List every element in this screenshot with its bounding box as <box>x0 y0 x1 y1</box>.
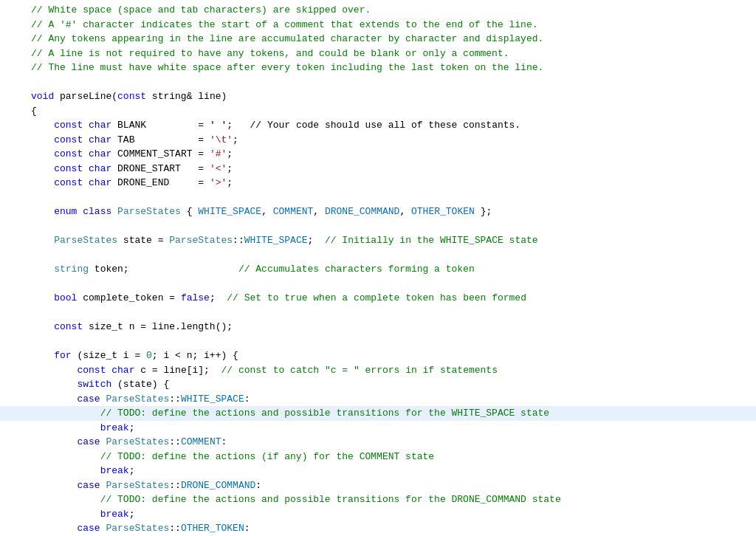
code-token <box>31 235 54 246</box>
code-token: // Any tokens appearing in the line are … <box>31 33 543 44</box>
code-token <box>31 292 54 303</box>
line-content: // The line must have white space after … <box>28 61 756 75</box>
code-token: ; <box>129 422 135 433</box>
code-token: { <box>31 106 37 117</box>
code-token <box>31 321 54 332</box>
code-line: break; <box>0 464 756 478</box>
line-content: break; <box>28 507 756 522</box>
code-line: string token; // Accumulates characters … <box>0 262 756 277</box>
code-token: break <box>100 422 129 433</box>
code-token: ; i < n; i++) { <box>152 350 238 361</box>
code-token: class <box>83 206 111 217</box>
code-token <box>31 422 100 433</box>
code-token: complete_token = <box>77 292 180 303</box>
code-line: // The line must have white space after … <box>0 61 756 75</box>
code-token: { <box>181 206 198 217</box>
code-token: // Set to true when a complete token has… <box>227 292 526 303</box>
line-content <box>28 277 756 292</box>
line-content: const char DRONE_END = '>'; <box>28 176 756 190</box>
code-token: // TODO: define the actions (if any) for… <box>100 451 434 462</box>
code-token: : <box>255 480 261 491</box>
code-token: char <box>89 148 111 159</box>
code-token: COMMENT <box>273 206 314 217</box>
code-line: const char BLANK = ' '; // Your code sho… <box>0 118 756 133</box>
code-token: : <box>244 523 250 534</box>
code-token: WHITE_SPACE <box>244 235 308 246</box>
code-token: WHITE_SPACE <box>198 206 261 217</box>
code-token: size_t n = line.length(); <box>83 321 233 332</box>
code-token: // TODO: define the actions and possible… <box>100 494 561 505</box>
code-token: // White space (space and tab characters… <box>31 4 371 16</box>
code-editor: // White space (space and tab characters… <box>0 0 756 536</box>
code-token: :: <box>169 394 181 405</box>
code-line: // TODO: define the actions (if any) for… <box>0 450 756 464</box>
line-content: case ParseStates::WHITE_SPACE: <box>28 392 756 407</box>
code-line <box>0 190 756 205</box>
code-token: DRONE_START = <box>111 163 210 174</box>
code-token: '<' <box>210 163 227 174</box>
line-content: // TODO: define the actions and possible… <box>28 492 756 507</box>
code-token <box>31 134 54 145</box>
code-token <box>83 148 89 159</box>
code-token <box>83 163 89 174</box>
line-content: case ParseStates::DRONE_COMMAND: <box>28 478 756 493</box>
code-line: case ParseStates::COMMENT: <box>0 435 756 450</box>
code-token: DRONE_COMMAND <box>181 480 255 491</box>
code-line: { <box>0 104 756 119</box>
code-token <box>111 206 117 217</box>
code-token: char <box>89 163 111 174</box>
line-content: break; <box>28 421 756 436</box>
line-content: case ParseStates::COMMENT: <box>28 435 756 450</box>
code-token: // The line must have white space after … <box>31 62 543 73</box>
code-line <box>0 75 756 90</box>
code-token: enum <box>54 206 77 217</box>
code-token: // Accumulates characters forming a toke… <box>238 264 475 275</box>
code-token <box>31 379 77 390</box>
code-token: ParseStates <box>106 480 169 491</box>
code-token: BLANK = ' '; // Your code should use all… <box>111 120 520 131</box>
code-token <box>83 134 89 145</box>
code-token <box>83 120 89 131</box>
code-token: :: <box>233 235 244 246</box>
code-token <box>83 177 89 188</box>
code-line: const char DRONE_END = '>'; <box>0 176 756 190</box>
code-line: const char c = line[i]; // const to catc… <box>0 363 756 378</box>
code-line: // Any tokens appearing in the line are … <box>0 32 756 47</box>
code-line: break; <box>0 421 756 436</box>
code-line <box>0 334 756 349</box>
code-line: ParseStates state = ParseStates::WHITE_S… <box>0 233 756 248</box>
code-token: ; <box>129 509 135 520</box>
code-token: OTHER_TOKEN <box>181 523 244 534</box>
code-token <box>31 365 77 376</box>
code-token: DRONE_COMMAND <box>325 206 399 217</box>
code-line: case ParseStates::OTHER_TOKEN: <box>0 521 756 536</box>
code-token: ParseStates <box>106 523 169 534</box>
line-content: case ParseStates::OTHER_TOKEN: <box>28 521 756 536</box>
line-content: break; <box>28 464 756 478</box>
code-token: const <box>117 91 146 102</box>
code-token: const <box>54 120 83 131</box>
line-content: void parseLine(const string& line) <box>28 89 756 104</box>
code-token: false <box>181 292 210 303</box>
code-token: const <box>54 134 83 145</box>
code-line: const char COMMENT_START = '#'; <box>0 147 756 162</box>
code-token: string& line) <box>146 91 227 102</box>
code-token: COMMENT_START = <box>111 148 210 159</box>
code-token: char <box>89 120 111 131</box>
code-token: case <box>77 394 100 405</box>
code-line: case ParseStates::DRONE_COMMAND: <box>0 478 756 493</box>
code-line <box>0 277 756 292</box>
code-token: ParseStates <box>117 206 181 217</box>
code-token: char <box>89 134 111 145</box>
code-token <box>31 408 100 419</box>
line-content: // Any tokens appearing in the line are … <box>28 32 756 47</box>
code-token: char <box>111 365 134 376</box>
code-token: 0 <box>146 350 152 361</box>
line-content: switch (state) { <box>28 377 756 392</box>
code-token <box>31 523 77 534</box>
line-content <box>28 75 756 90</box>
code-line: // White space (space and tab characters… <box>0 3 756 18</box>
code-token <box>31 206 54 217</box>
code-token: , <box>313 206 325 217</box>
code-token: ParseStates <box>106 436 169 447</box>
